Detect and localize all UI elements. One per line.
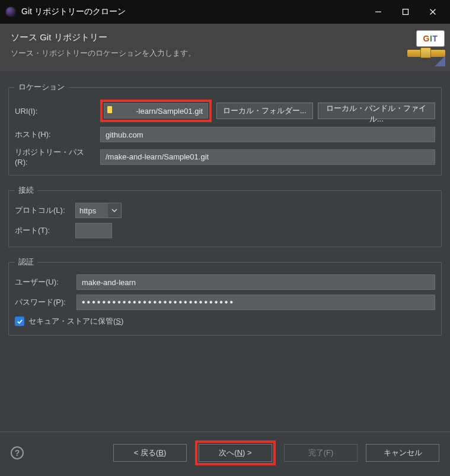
auth-legend: 認証 [15, 257, 37, 267]
eclipse-icon [6, 7, 15, 17]
password-input[interactable] [76, 295, 435, 310]
help-icon[interactable]: ? [11, 446, 24, 459]
port-label: ポート(T): [15, 225, 71, 236]
svg-rect-1 [403, 9, 408, 15]
wizard-banner: ソース Git リポジトリー ソース・リポジトリーのロケーションを入力します。 … [0, 24, 450, 71]
password-label: パスワード(P): [15, 297, 72, 308]
protocol-select[interactable] [75, 203, 122, 218]
chevron-down-icon[interactable] [108, 203, 121, 218]
cancel-button[interactable]: キャンセル [366, 444, 439, 462]
back-button[interactable]: < 戻る(B) [113, 444, 187, 462]
uri-highlight [100, 100, 212, 122]
minimize-button[interactable] [365, 0, 392, 24]
titlebar: Git リポジトリーのクローン [0, 0, 450, 24]
port-input[interactable] [75, 223, 112, 238]
banner-subtitle: ソース・リポジトリーのロケーションを入力します。 [11, 48, 196, 59]
user-label: ユーザー(U): [15, 277, 72, 287]
host-label: ホスト(H): [15, 129, 95, 140]
repo-path-input[interactable] [100, 149, 435, 165]
secure-store-label: セキュア・ストアに保管(S) [28, 316, 123, 327]
auth-group: 認証 ユーザー(U): パスワード(P): セキュア・ストアに保管(S) [8, 257, 442, 336]
host-input[interactable] [100, 127, 435, 142]
connection-legend: 接続 [15, 185, 37, 196]
user-input[interactable] [76, 274, 435, 290]
next-button[interactable]: 次へ(N) > [199, 444, 272, 462]
uri-input[interactable] [104, 103, 208, 119]
location-group: ロケーション URI(I): ローカル・フォルダー... ローカル・バンドル・フ… [8, 82, 442, 175]
local-bundle-button[interactable]: ローカル・バンドル・ファイル... [318, 103, 435, 119]
close-button[interactable] [419, 0, 446, 24]
finish-button[interactable]: 完了(F) [284, 444, 358, 462]
window-title: Git リポジトリーのクローン [21, 7, 126, 17]
protocol-value[interactable] [76, 203, 108, 218]
location-legend: ロケーション [15, 82, 68, 92]
local-folder-button[interactable]: ローカル・フォルダー... [216, 103, 313, 119]
secure-store-checkbox[interactable]: セキュア・ストアに保管(S) [15, 316, 435, 327]
next-highlight: 次へ(N) > [195, 440, 276, 465]
content-assist-icon [107, 106, 112, 113]
protocol-label: プロトコル(L): [15, 205, 71, 216]
checkbox-checked-icon [15, 317, 24, 326]
repo-path-label: リポジトリー・パス(R): [15, 147, 95, 167]
uri-label: URI(I): [15, 107, 95, 116]
wizard-content: ロケーション URI(I): ローカル・フォルダー... ローカル・バンドル・フ… [0, 71, 450, 349]
connection-group: 接続 プロトコル(L): ポート(T): [8, 185, 442, 247]
wizard-footer: ? < 戻る(B) 次へ(N) > 完了(F) キャンセル [0, 432, 450, 476]
git-icon: GIT [404, 28, 445, 66]
maximize-button[interactable] [392, 0, 419, 24]
banner-title: ソース Git リポジトリー [11, 32, 196, 43]
